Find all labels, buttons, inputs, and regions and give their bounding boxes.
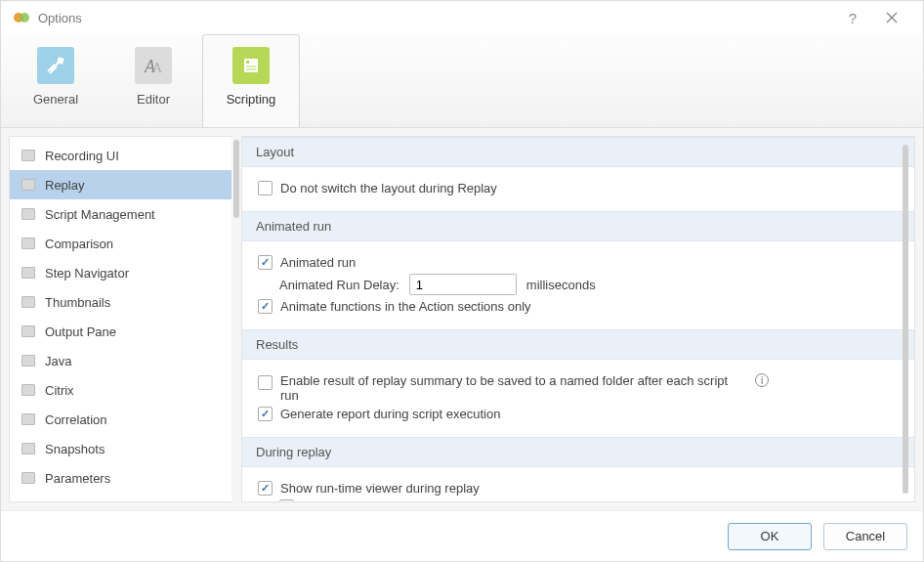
- footer: OK Cancel: [1, 510, 923, 561]
- checkbox-generate-report[interactable]: [258, 407, 273, 421]
- sidebar-item-correlation[interactable]: Correlation: [10, 405, 231, 434]
- sidebar-item-parser[interactable]: Parser: [10, 493, 231, 502]
- sidebar-scrollbar[interactable]: [231, 136, 241, 502]
- sidebar-item-citrix[interactable]: Citrix: [10, 375, 231, 405]
- sidebar-item-output-pane[interactable]: Output Pane: [10, 317, 231, 346]
- titlebar: Options ?: [1, 1, 923, 34]
- sidebar-item-label: Parameters: [45, 471, 110, 486]
- label-delay-units: milliseconds: [526, 278, 596, 292]
- section-header-layout: Layout: [242, 137, 914, 167]
- sidebar-item-label: Recording UI: [45, 149, 119, 163]
- label-generate-report: Generate report during script execution: [280, 407, 500, 421]
- sidebar-item-label: Correlation: [45, 412, 107, 427]
- sidebar-item-label: Parser: [45, 500, 82, 503]
- page-icon: [21, 472, 35, 484]
- tab-editor-label: Editor: [137, 92, 170, 107]
- help-button[interactable]: ?: [833, 4, 872, 31]
- section-header-results: Results: [242, 329, 914, 360]
- app-icon: [13, 9, 30, 26]
- close-button[interactable]: [872, 4, 911, 31]
- cancel-button[interactable]: Cancel: [823, 523, 907, 550]
- info-icon[interactable]: i: [755, 373, 769, 387]
- page-icon: [21, 413, 35, 425]
- sidebar-item-label: Citrix: [45, 383, 74, 398]
- page-icon: [21, 267, 35, 279]
- label-animated-run-delay: Animated Run Delay:: [279, 278, 399, 292]
- tab-scripting-label: Scripting: [227, 92, 276, 107]
- page-icon: [21, 296, 35, 308]
- checkbox-enable-result-folder[interactable]: [258, 375, 273, 390]
- sidebar-item-java[interactable]: Java: [10, 346, 231, 375]
- main-area: Recording UI Replay Script Management Co…: [1, 128, 923, 510]
- tab-general[interactable]: General: [7, 34, 105, 127]
- svg-point-1: [20, 13, 29, 22]
- input-animated-run-delay[interactable]: [409, 274, 517, 295]
- general-icon: [37, 47, 74, 84]
- svg-text:A: A: [152, 61, 163, 75]
- sidebar-item-parameters[interactable]: Parameters: [10, 463, 231, 493]
- sidebar-item-label: Replay: [45, 178, 84, 193]
- page-icon: [21, 325, 35, 337]
- sidebar: Recording UI Replay Script Management Co…: [9, 136, 231, 502]
- label-do-not-switch-layout: Do not switch the layout during Replay: [280, 181, 497, 195]
- checkbox-auto-arrange-window[interactable]: [279, 499, 294, 502]
- sidebar-item-comparison[interactable]: Comparison: [10, 229, 231, 258]
- sidebar-item-replay[interactable]: Replay: [10, 170, 231, 199]
- sidebar-item-script-management[interactable]: Script Management: [10, 199, 231, 229]
- checkbox-show-runtime-viewer[interactable]: [258, 481, 273, 496]
- page-icon: [21, 384, 35, 396]
- page-icon: [21, 208, 35, 220]
- label-auto-arrange-window: Auto arrange window: [302, 499, 421, 502]
- content-panel: Layout Do not switch the layout during R…: [241, 136, 915, 502]
- window-title: Options: [38, 11, 833, 25]
- top-tabs: General AA Editor Scripting: [1, 34, 923, 128]
- label-animate-actions-only: Animate functions in the Action sections…: [280, 299, 531, 314]
- sidebar-item-recording-ui[interactable]: Recording UI: [10, 141, 231, 170]
- sidebar-item-thumbnails[interactable]: Thumbnails: [10, 287, 231, 317]
- section-header-during-replay: During replay: [242, 437, 914, 467]
- ok-button[interactable]: OK: [728, 523, 812, 550]
- page-icon: [21, 501, 35, 502]
- label-animated-run: Animated run: [280, 255, 356, 270]
- sidebar-item-snapshots[interactable]: Snapshots: [10, 434, 231, 463]
- page-icon: [21, 355, 35, 367]
- section-header-animated-run: Animated run: [242, 211, 914, 241]
- svg-rect-6: [246, 61, 249, 64]
- content-scrollbar[interactable]: [901, 143, 910, 496]
- tab-general-label: General: [33, 92, 78, 107]
- sidebar-item-label: Comparison: [45, 237, 113, 251]
- page-icon: [21, 150, 35, 161]
- sidebar-item-label: Step Navigator: [45, 266, 129, 281]
- page-icon: [21, 443, 35, 454]
- checkbox-animate-actions-only[interactable]: [258, 299, 273, 314]
- tab-editor[interactable]: AA Editor: [105, 34, 202, 127]
- scripting-icon: [232, 47, 270, 84]
- page-icon: [21, 179, 35, 191]
- sidebar-item-label: Java: [45, 354, 71, 368]
- checkbox-animated-run[interactable]: [258, 255, 273, 270]
- sidebar-item-step-navigator[interactable]: Step Navigator: [10, 258, 231, 287]
- editor-icon: AA: [135, 47, 172, 84]
- sidebar-item-label: Output Pane: [45, 324, 116, 339]
- sidebar-item-label: Thumbnails: [45, 295, 110, 310]
- checkbox-do-not-switch-layout[interactable]: [258, 181, 273, 195]
- tab-scripting[interactable]: Scripting: [202, 34, 300, 127]
- label-enable-result-folder: Enable result of replay summary to be sa…: [280, 373, 749, 403]
- sidebar-item-label: Script Management: [45, 207, 155, 222]
- sidebar-item-label: Snapshots: [45, 442, 105, 456]
- page-icon: [21, 238, 35, 249]
- label-show-runtime-viewer: Show run-time viewer during replay: [280, 481, 480, 496]
